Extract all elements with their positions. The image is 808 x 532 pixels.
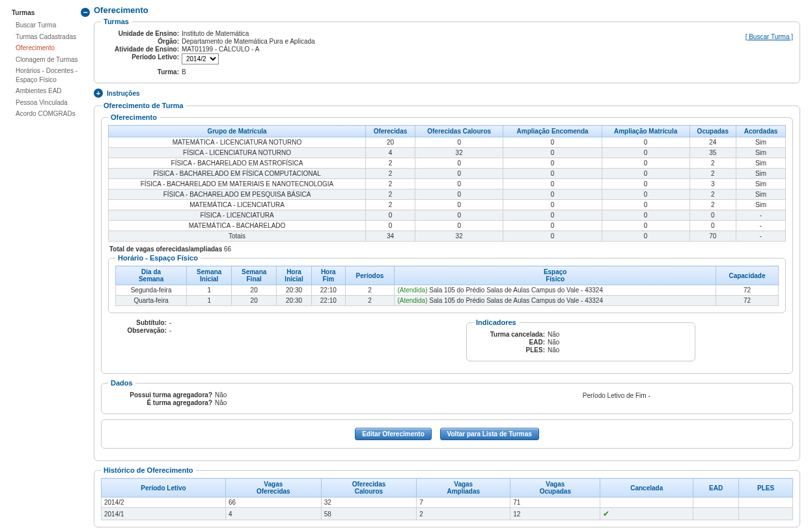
ofer-cell: FÍSICA - BACHARELADO EM PESQUISA BÁSICA bbox=[109, 189, 366, 200]
ofer-cell: Sim bbox=[736, 158, 786, 169]
horario-cell: 22:10 bbox=[311, 296, 345, 306]
ofer-cell: FÍSICA - LICENCIATURA bbox=[109, 210, 366, 221]
ofer-row: FÍSICA - LICENCIATURA00000- bbox=[109, 210, 786, 221]
sidebar-title: Turmas bbox=[12, 9, 35, 16]
horario-cell: 20 bbox=[232, 296, 277, 306]
dados-legend: Dados bbox=[108, 379, 135, 387]
horario-cell: 2 bbox=[345, 285, 395, 296]
buscar-turma-link[interactable]: [ Buscar Turma ] bbox=[745, 33, 793, 40]
value-cancelada: Não bbox=[548, 331, 559, 338]
ofer-cell: 2 bbox=[366, 169, 415, 179]
oferecimento-legend: Oferecimento bbox=[108, 113, 160, 121]
ofer-total-cell: - bbox=[736, 231, 786, 242]
hist-row: 2014/1458212✔ bbox=[102, 508, 793, 520]
ofer-cell: 2 bbox=[690, 200, 736, 210]
ofer-cell: 0 bbox=[602, 158, 690, 169]
ofer-cell: 2 bbox=[690, 169, 736, 179]
ofer-th: Ocupadas bbox=[690, 126, 736, 137]
buttons-fieldset: Editar Oferecimento Voltar para Lista de… bbox=[101, 419, 793, 449]
ofer-th: Ampliação Encomenda bbox=[503, 126, 602, 137]
periodo-select[interactable]: 2014/2 bbox=[182, 53, 219, 64]
ofer-total-cell: 0 bbox=[503, 231, 602, 242]
ofer-cell: 2 bbox=[366, 179, 415, 189]
value-e-agregadora: Não bbox=[215, 399, 227, 406]
hist-cell: 4 bbox=[226, 508, 322, 520]
horario-cell: 72 bbox=[716, 285, 778, 296]
ofer-cell: FÍSICA - BACHARELADO EM FÍSICA COMPUTACI… bbox=[109, 169, 366, 179]
label-agregadora: Possui turma agregadora? bbox=[108, 391, 215, 399]
ofer-cell: 0 bbox=[415, 210, 503, 221]
hist-cell bbox=[693, 497, 738, 508]
horario-th: SemanaFinal bbox=[232, 266, 277, 285]
ofer-cell: 0 bbox=[415, 158, 503, 169]
hist-th: VagasOcupadas bbox=[510, 479, 600, 497]
ofer-cell: Sim bbox=[736, 200, 786, 210]
ofer-cell: 0 bbox=[503, 169, 602, 179]
ofer-cell: Sim bbox=[736, 189, 786, 200]
sidebar-item-1[interactable]: Turmas Cadastradas bbox=[12, 31, 90, 43]
editar-oferecimento-button[interactable]: Editar Oferecimento bbox=[355, 428, 432, 440]
ofer-th: Acordadas bbox=[736, 126, 786, 137]
sidebar-item-6[interactable]: Pessoa Vinculada bbox=[12, 97, 90, 109]
sidebar-item-3[interactable]: Clonagem de Turmas bbox=[12, 54, 90, 66]
horario-table: Dia daSemanaSemanaInicialSemanaFinalHora… bbox=[115, 266, 779, 306]
label-subtitulo: Subtítulo: bbox=[121, 319, 169, 326]
ofer-cell: 32 bbox=[415, 148, 503, 158]
ofer-cell: FÍSICA - BACHARELADO EM ASTROFÍSICA bbox=[109, 158, 366, 169]
ofer-row: FÍSICA - BACHARELADO EM PESQUISA BÁSICA2… bbox=[109, 189, 786, 200]
value-atividade: MAT01199 - CÁLCULO - A bbox=[182, 46, 259, 53]
ofer-cell: 0 bbox=[415, 169, 503, 179]
hist-row: 2014/26632771 bbox=[102, 497, 793, 508]
ofer-th: Ampliação Matrícula bbox=[602, 126, 690, 137]
collapse-icon[interactable]: − bbox=[81, 8, 90, 17]
ofer-cell: MATEMÁTICA - BACHARELADO bbox=[109, 221, 366, 231]
sidebar-item-7[interactable]: Acordo COMGRADs bbox=[12, 108, 90, 120]
historico-legend: Histórico de Oferecimento bbox=[101, 466, 196, 474]
ofer-cell: 2 bbox=[690, 158, 736, 169]
ofer-cell: 20 bbox=[366, 137, 415, 148]
hist-th: VagasAmpliadas bbox=[417, 479, 510, 497]
hist-cell: 7 bbox=[417, 497, 510, 508]
label-unidade: Unidade de Ensino: bbox=[101, 30, 182, 37]
sidebar-item-2[interactable]: Oferecimento bbox=[12, 42, 90, 54]
sidebar-item-5[interactable]: Ambientes EAD bbox=[12, 85, 90, 97]
hist-cell bbox=[693, 508, 738, 520]
ofer-cell: 0 bbox=[415, 179, 503, 189]
ofer-cell: 0 bbox=[602, 148, 690, 158]
dados-fieldset: Dados Possui turma agregadora?Não É turm… bbox=[101, 379, 793, 414]
label-e-agregadora: É turma agregadora? bbox=[108, 399, 215, 406]
hist-cell bbox=[739, 508, 793, 520]
ofer-cell: 0 bbox=[602, 137, 690, 148]
hist-th: PLES bbox=[739, 479, 793, 497]
sidebar-item-0[interactable]: Buscar Turma bbox=[12, 20, 90, 31]
ofer-cell: 0 bbox=[602, 200, 690, 210]
total-vagas-value: 66 bbox=[224, 245, 231, 253]
ofer-cell: MATEMÁTICA - LICENCIATURA NOTURNO bbox=[109, 137, 366, 148]
voltar-lista-turmas-button[interactable]: Voltar para Lista de Turmas bbox=[440, 428, 539, 440]
ofer-cell: Sim bbox=[736, 179, 786, 189]
ofer-cell: FÍSICA - BACHARELADO EM MATERIAIS E NANO… bbox=[109, 179, 366, 189]
ofer-row: MATEMÁTICA - LICENCIATURA NOTURNO2000024… bbox=[109, 137, 786, 148]
value-ead: Não bbox=[548, 339, 559, 346]
ofer-total-cell: 34 bbox=[366, 231, 415, 242]
ofer-cell: 2 bbox=[366, 189, 415, 200]
horario-cell: 22:10 bbox=[311, 285, 345, 296]
sidebar-item-4[interactable]: Horários - Docentes - Espaço Físico bbox=[12, 65, 90, 85]
hist-th: Cancelada bbox=[600, 479, 693, 497]
horario-cell: (Atendida) Sala 105 do Prédio Salas de A… bbox=[395, 285, 716, 296]
horario-th: HoraFim bbox=[311, 266, 345, 285]
ofer-cell: FÍSICA - LICENCIATURA NOTURNO bbox=[109, 148, 366, 158]
hist-cell: 2014/2 bbox=[102, 497, 226, 508]
ofer-cell: 0 bbox=[366, 210, 415, 221]
label-ples: PLES: bbox=[473, 346, 548, 354]
hist-cell: 2 bbox=[417, 508, 510, 520]
ofer-total-cell: 70 bbox=[690, 231, 736, 242]
instrucoes-label: Instruções bbox=[107, 90, 140, 97]
ofer-cell: 2 bbox=[366, 158, 415, 169]
hist-cell: ✔ bbox=[600, 508, 693, 520]
oferecimento-fieldset: Oferecimento Grupo de MatrículaOferecida… bbox=[101, 113, 793, 374]
indicadores-legend: Indicadores bbox=[473, 318, 519, 326]
hist-cell: 32 bbox=[321, 497, 417, 508]
instrucoes-toggle[interactable]: + Instruções bbox=[94, 89, 800, 98]
horario-cell: 1 bbox=[187, 285, 232, 296]
